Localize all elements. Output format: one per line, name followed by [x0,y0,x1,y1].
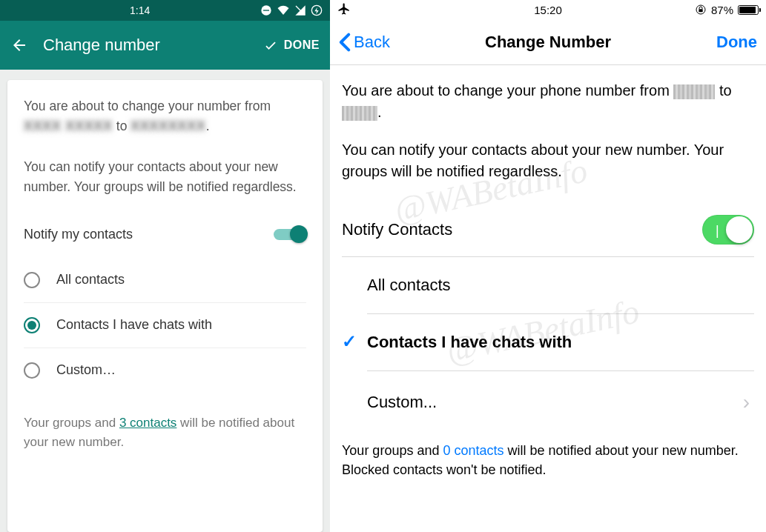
intro-mid: to [113,119,131,133]
done-button[interactable]: DONE [263,38,320,53]
option-chats-contacts[interactable]: ✓ Contacts I have chats with [367,314,754,371]
back-arrow-icon[interactable] [10,36,28,54]
notify-toggle-row: Notify my contacts [24,225,306,245]
dnd-icon [260,4,272,16]
notify-info-text: You can notify your contacts about your … [24,157,306,197]
intro-mid: to [715,82,731,99]
intro-prefix: You are about to change your phone numbe… [342,82,673,99]
ios-screen: 15:20 87% Back Change Number Done You ar… [330,0,766,532]
radio-icon [24,272,40,288]
check-icon: ✓ [342,329,357,355]
option-list: All contacts ✓ Contacts I have chats wit… [367,257,754,433]
android-content-card: You are about to change your number from… [7,80,323,532]
option-custom[interactable]: Custom... › [367,371,754,434]
chevron-right-icon: › [743,388,750,418]
footer-prefix: Your groups and [24,416,119,430]
new-number-redacted [342,106,377,121]
radio-icon [24,362,40,379]
option-custom[interactable]: Custom… [24,348,306,393]
done-label: DONE [284,39,320,52]
check-icon [263,38,278,53]
wifi-icon [277,4,290,16]
contacts-count-link[interactable]: 0 contacts [443,443,503,458]
option-label: Custom... [367,390,437,414]
option-label: Custom… [56,360,116,381]
notify-label: Notify my contacts [24,225,133,245]
svg-rect-1 [263,10,269,10]
done-button[interactable]: Done [716,33,757,52]
option-list: All contacts Contacts I have chats with … [24,258,306,393]
option-chats-contacts[interactable]: Contacts I have chats with [24,302,306,348]
status-right: 87% [695,4,759,16]
battery-percent: 87% [711,4,733,16]
android-app-bar: Change number DONE [0,21,330,70]
notify-switch[interactable] [274,225,306,243]
option-all-contacts[interactable]: All contacts [24,258,306,302]
airplane-icon [337,2,351,18]
radio-icon [24,317,40,333]
footer-note: Your groups and 3 contacts will be notif… [24,413,306,453]
battery-icon [738,5,759,15]
chevron-left-icon [339,33,351,52]
option-label: All contacts [56,270,125,290]
android-screen: 1:14 Change number DONE You are about to… [0,0,330,532]
ios-content: You are about to change your phone numbe… [330,65,766,433]
appbar-title: Change number [43,36,248,55]
intro-suffix: . [377,104,382,120]
ios-nav-bar: Back Change Number Done [330,19,766,65]
signal-icon [294,4,306,16]
battery-circle-icon [311,4,323,16]
option-all-contacts[interactable]: All contacts [367,257,754,314]
notify-toggle-row: Notify Contacts [342,215,754,257]
notify-label: Notify Contacts [342,218,452,242]
notify-info-text: You can notify your contacts about your … [342,139,754,182]
notify-switch[interactable] [702,215,754,245]
back-label: Back [354,33,390,52]
old-number-redacted: XXXX XXXXX [24,116,113,136]
android-status-bar: 1:14 [0,0,330,21]
nav-title: Change Number [485,33,611,52]
intro-text: You are about to change your phone numbe… [342,80,754,123]
option-label: All contacts [367,273,451,297]
status-time: 1:14 [130,4,150,16]
contacts-count-link[interactable]: 3 contacts [119,416,177,430]
orientation-lock-icon [695,4,707,16]
ios-status-bar: 15:20 87% [330,0,766,19]
new-number-redacted: XXXXXXXX [131,116,205,136]
back-button[interactable]: Back [339,33,390,52]
svg-rect-5 [699,9,702,12]
intro-text: You are about to change your number from… [24,96,306,136]
intro-prefix: You are about to change your number from [24,99,271,113]
intro-suffix: . [206,119,210,133]
footer-prefix: Your groups and [342,443,443,458]
option-label: Contacts I have chats with [56,315,212,336]
footer-note: Your groups and 0 contacts will be notif… [342,441,754,479]
option-label: Contacts I have chats with [367,330,572,354]
status-time: 15:20 [534,4,562,16]
status-icons [260,4,323,16]
old-number-redacted [673,84,715,99]
